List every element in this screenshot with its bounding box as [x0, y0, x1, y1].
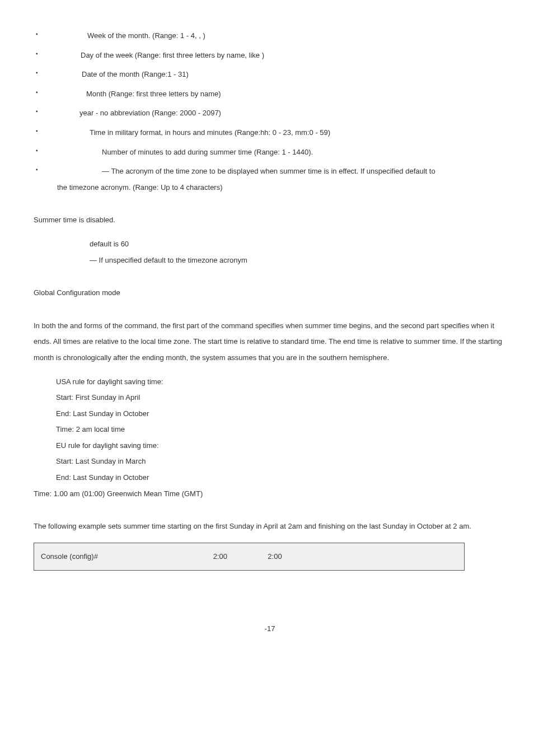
rule-line: End: Last Sunday in October [56, 470, 506, 486]
bullet-item: Number of minutes to add during summer t… [34, 144, 506, 161]
bullet-item: year - no abbreviation (Range: 2000 - 20… [34, 105, 506, 122]
bullet-item: Day of the week (Range: first three lett… [34, 48, 506, 64]
page-number: -17 [34, 621, 506, 637]
rule-line: End: Last Sunday in October [56, 406, 506, 422]
bullet-text: — The acronym of the time zone to be dis… [46, 167, 435, 175]
console-time-1: 2:00 [213, 552, 227, 561]
gmt-line: Time: 1.00 am (01:00) Greenwich Mean Tim… [34, 486, 506, 502]
console-line: Console (config)# 2:00 2:00 [41, 549, 457, 565]
description-paragraph: In both the and forms of the command, th… [34, 318, 506, 366]
bullet-text: Day of the week (Range: first three lett… [46, 51, 264, 59]
console-spacer [227, 552, 268, 561]
default-acronym-text: — If unspecified default to the timezone… [90, 253, 506, 269]
bullet-text: Date of the month (Range:1 - 31) [46, 70, 189, 78]
bullet-text: Time in military format, in hours and mi… [46, 128, 330, 137]
bullet-item: Week of the month. (Range: 1 - 4, , ) [34, 28, 506, 44]
bullet-text: year - no abbreviation (Range: 2000 - 20… [46, 109, 221, 117]
console-prompt: Console (config)# [41, 552, 98, 561]
bullet-item: Date of the month (Range:1 - 31) [34, 67, 506, 83]
default-minutes-text: default is 60 [90, 236, 506, 253]
bullet-text: Number of minutes to add during summer t… [46, 148, 313, 156]
mode-text: Global Configuration mode [34, 285, 506, 301]
bullet-item: Month (Range: first three letters by nam… [34, 86, 506, 102]
bullet-text: Week of the month. (Range: 1 - 4, , ) [46, 31, 205, 40]
bullet-text: Month (Range: first three letters by nam… [46, 90, 221, 98]
example-text: The following example sets summer time s… [34, 519, 506, 535]
bullet-item: Time in military format, in hours and mi… [34, 125, 506, 141]
rule-line: Start: First Sunday in April [56, 390, 506, 406]
rule-line: USA rule for daylight saving time: [56, 374, 506, 390]
rule-line: EU rule for daylight saving time: [56, 438, 506, 454]
parameter-bullet-list: Week of the month. (Range: 1 - 4, , ) Da… [34, 28, 506, 195]
console-time-2: 2:00 [268, 552, 282, 561]
console-output-box: Console (config)# 2:00 2:00 [34, 543, 465, 571]
bullet-continuation: the timezone acronym. (Range: Up to 4 ch… [46, 180, 506, 196]
bullet-item: — The acronym of the time zone to be dis… [34, 164, 506, 195]
rule-line: Start: Last Sunday in March [56, 454, 506, 470]
console-spacer [98, 552, 213, 561]
summer-disabled-text: Summer time is disabled. [34, 212, 506, 228]
rule-line: Time: 2 am local time [56, 422, 506, 438]
